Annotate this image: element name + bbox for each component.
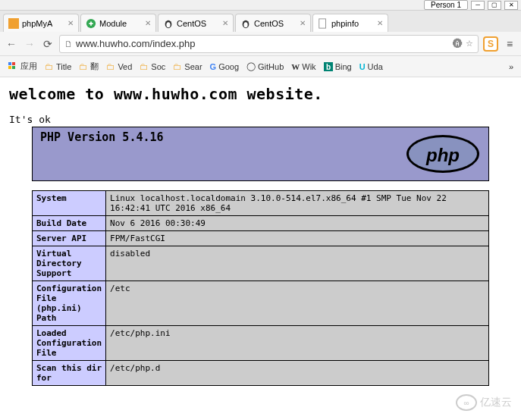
info-value: /etc/php.d <box>106 361 489 386</box>
bookmark-label: GitHub <box>258 62 284 71</box>
tab-label: phpMyA <box>22 19 52 28</box>
minimize-button[interactable]: ─ <box>471 1 485 10</box>
folder-icon: 🗀 <box>140 61 149 72</box>
maximize-button[interactable]: ▢ <box>488 1 501 10</box>
bookmark-label: Title <box>56 62 71 71</box>
svg-text:S: S <box>488 39 494 49</box>
forward-button[interactable]: → <box>23 37 36 51</box>
apps-bookmark[interactable]: 应用 <box>5 59 40 74</box>
back-button[interactable]: ← <box>5 37 18 51</box>
folder-icon: 🗀 <box>45 61 54 72</box>
table-row: Build DateNov 6 2016 00:30:49 <box>33 216 489 231</box>
close-window-button[interactable]: ✕ <box>504 1 518 10</box>
github-icon: ◯ <box>246 61 256 71</box>
bookmark-label: 翻 <box>90 61 99 72</box>
php-logo-icon: php <box>405 133 481 175</box>
bookmark-ved[interactable]: 🗀Ved <box>103 60 135 74</box>
info-key: Scan this dir for <box>33 361 106 386</box>
table-row: Server APIFPM/FastCGI <box>33 231 489 246</box>
reload-button[interactable]: ⟳ <box>41 37 55 51</box>
info-value: Linux localhost.localdomain 3.10.0-514.e… <box>106 191 489 216</box>
folder-icon: 🗀 <box>79 61 88 72</box>
table-row: Virtual Directory Supportdisabled <box>33 246 489 281</box>
apps-icon <box>8 61 18 72</box>
svg-rect-12 <box>12 66 15 69</box>
table-row: SystemLinux localhost.localdomain 3.10.0… <box>33 191 489 216</box>
bookmark-soc[interactable]: 🗀Soc <box>137 60 168 74</box>
bookmark-label: Wik <box>302 62 315 71</box>
bookmark-fan[interactable]: 🗀翻 <box>76 59 102 74</box>
phpinfo-table: SystemLinux localhost.localdomain 3.10.0… <box>32 190 489 386</box>
info-key: Virtual Directory Support <box>33 246 106 281</box>
tab-phpinfo[interactable]: phpinfo ✕ <box>312 14 388 32</box>
bookmark-google[interactable]: GGoog <box>207 61 242 73</box>
google-icon: G <box>210 62 217 71</box>
bookmark-sear[interactable]: 🗀Sear <box>170 60 205 74</box>
tab-label: phpinfo <box>331 19 359 28</box>
close-icon[interactable]: ✕ <box>300 19 306 27</box>
tab-centos-2[interactable]: CentOS ✕ <box>235 14 311 32</box>
uda-icon: U <box>359 62 366 71</box>
bookmark-label: Bing <box>335 62 352 71</box>
info-key: System <box>33 191 106 216</box>
bing-icon: b <box>324 62 333 71</box>
tab-module[interactable]: Module ✕ <box>80 14 156 32</box>
svg-point-5 <box>243 22 247 27</box>
window-titlebar: Person 1 ─ ▢ ✕ <box>0 0 521 11</box>
folder-icon: 🗀 <box>173 61 182 72</box>
info-key: Configuration File (php.ini) Path <box>33 281 106 326</box>
phpinfo-block: PHP Version 5.4.16 php SystemLinux local… <box>32 127 489 386</box>
table-row: Loaded Configuration File/etc/php.ini <box>33 326 489 361</box>
penguin-icon <box>240 18 251 29</box>
svg-rect-0 <box>8 18 19 29</box>
info-value: disabled <box>106 246 489 281</box>
menu-button[interactable]: ≡ <box>503 37 516 51</box>
google-icon <box>86 18 96 29</box>
bookmark-title[interactable]: 🗀Title <box>42 60 74 74</box>
bookmark-github[interactable]: ◯GitHub <box>243 60 287 73</box>
extension-s-icon[interactable]: S <box>483 36 498 52</box>
bookmark-wiki[interactable]: WWik <box>288 61 319 73</box>
page-icon: 🗋 <box>64 39 73 49</box>
profile-badge[interactable]: Person 1 <box>424 0 468 10</box>
php-header: PHP Version 5.4.16 php <box>32 127 489 181</box>
bookmark-label: Uda <box>368 62 383 71</box>
svg-text:php: php <box>425 145 460 165</box>
bookmark-bing[interactable]: bBing <box>321 61 355 73</box>
table-row: Configuration File (php.ini) Path/etc <box>33 281 489 326</box>
bookmark-overflow[interactable]: » <box>506 61 516 73</box>
navigation-toolbar: ← → ⟳ 🗋 www.huwho.com/index.php 🅐 ☆ S ≡ <box>0 32 521 56</box>
bookmark-label: 应用 <box>20 61 37 72</box>
bookmark-label: Ved <box>118 62 132 71</box>
svg-point-3 <box>166 22 170 27</box>
translate-icon[interactable]: 🅐 <box>453 38 463 49</box>
close-icon[interactable]: ✕ <box>377 19 383 27</box>
info-key: Server API <box>33 231 106 246</box>
star-icon[interactable]: ☆ <box>466 39 473 49</box>
info-value: /etc/php.ini <box>106 326 489 361</box>
close-icon[interactable]: ✕ <box>67 19 74 27</box>
address-bar[interactable]: 🗋 www.huwho.com/index.php 🅐 ☆ <box>59 35 479 53</box>
penguin-icon <box>163 18 174 29</box>
svg-rect-9 <box>8 62 11 65</box>
bookmark-label: Sear <box>184 62 202 71</box>
tab-label: CentOS <box>254 19 284 28</box>
info-value: /etc <box>106 281 489 326</box>
wiki-icon: W <box>291 62 300 71</box>
tab-label: CentOS <box>177 19 206 28</box>
close-icon[interactable]: ✕ <box>145 19 151 27</box>
url-text: www.huwho.com/index.php <box>76 38 450 49</box>
page-icon <box>318 18 328 29</box>
table-row: Scan this dir for/etc/php.d <box>33 361 489 386</box>
tab-centos-1[interactable]: CentOS ✕ <box>158 14 234 32</box>
page-content: welcome to www.huwho.com website. It's o… <box>0 77 521 393</box>
tab-phpmyadmin[interactable]: phpMyA ✕ <box>3 14 79 32</box>
info-value: Nov 6 2016 00:30:49 <box>106 216 489 231</box>
watermark-text: 亿速云 <box>480 396 512 409</box>
svg-rect-6 <box>319 18 326 27</box>
close-icon[interactable]: ✕ <box>222 19 228 27</box>
svg-rect-10 <box>12 62 15 65</box>
watermark: ∞ 亿速云 <box>456 394 512 411</box>
bookmark-uda[interactable]: UUda <box>356 61 386 73</box>
svg-rect-11 <box>8 66 11 69</box>
